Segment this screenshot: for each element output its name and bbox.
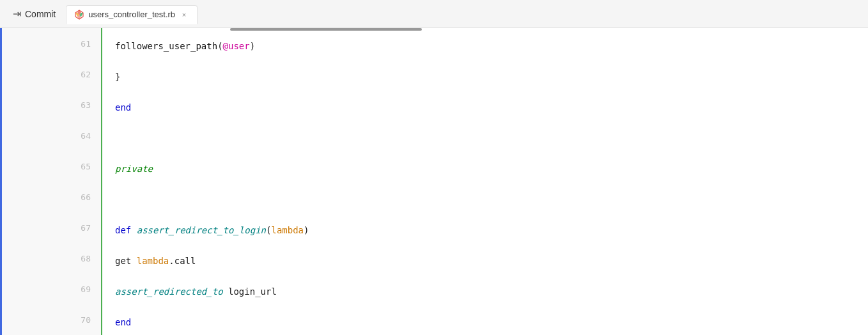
line-number-66: 66 — [0, 182, 101, 212]
line-number-63: 63 — [0, 90, 101, 120]
code-line-62: } — [102, 61, 868, 92]
code-line-64 — [102, 123, 868, 153]
line-number-64: 64 — [0, 120, 101, 151]
commit-arrow-icon: ⇥ — [13, 8, 21, 20]
code-line-67: def assert_redirect_to_login(lambda) — [102, 215, 868, 245]
line-number-61: 61 — [0, 28, 101, 59]
tab-filename: users_controller_test.rb — [88, 10, 175, 19]
code-line-69: assert_redirected_to login_url — [102, 276, 868, 307]
horizontal-scrollbar[interactable] — [230, 28, 422, 31]
file-tab[interactable]: users_controller_test.rb × — [66, 5, 198, 24]
line-number-62: 62 — [0, 59, 101, 90]
code-editor[interactable]: followers_user_path(@user) } end private… — [102, 28, 868, 335]
tab-bar: ⇥ Commit users_controller_test.rb × — [0, 0, 868, 28]
line-number-69: 69 — [0, 274, 101, 304]
line-number-68: 68 — [0, 243, 101, 274]
line-numbers-gutter: 61 62 63 64 65 66 67 68 69 70 — [0, 28, 102, 335]
commit-label: Commit — [25, 9, 56, 19]
tab-close-button[interactable]: × — [179, 10, 189, 20]
editor-container: 61 62 63 64 65 66 67 68 69 70 followers_… — [0, 28, 868, 335]
code-line-70: end — [102, 307, 868, 335]
code-line-65: private — [102, 153, 868, 184]
commit-button[interactable]: ⇥ Commit — [5, 4, 63, 24]
ruby-file-icon — [74, 10, 84, 20]
code-line-66 — [102, 184, 868, 215]
code-line-63: end — [102, 92, 868, 123]
line-number-67: 67 — [0, 212, 101, 243]
line-number-65: 65 — [0, 151, 101, 182]
code-line-68: get lambda.call — [102, 245, 868, 276]
code-line-61: followers_user_path(@user) — [102, 31, 868, 61]
line-number-70: 70 — [0, 304, 101, 335]
